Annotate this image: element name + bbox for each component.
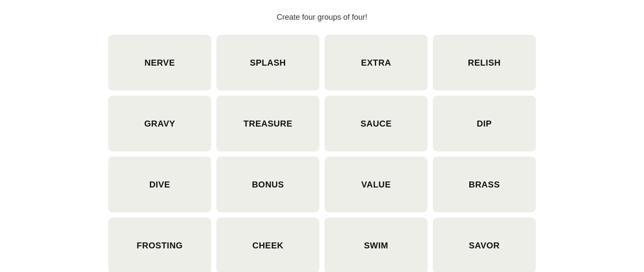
tile-label-brass: BRASS: [469, 180, 500, 190]
tile-extra[interactable]: EXTRA: [325, 35, 428, 91]
tile-brass[interactable]: BRASS: [433, 157, 536, 212]
tile-label-dip: DIP: [477, 119, 492, 129]
tile-label-savor: SAVOR: [469, 241, 500, 251]
tile-label-relish: RELISH: [468, 58, 501, 68]
tile-splash[interactable]: SPLASH: [216, 35, 319, 91]
tile-dip[interactable]: DIP: [433, 96, 536, 151]
tile-label-gravy: GRAVY: [144, 119, 175, 129]
word-grid: NERVESPLASHEXTRARELISHGRAVYTREASURESAUCE…: [108, 35, 536, 272]
tile-sauce[interactable]: SAUCE: [325, 96, 428, 151]
tile-label-treasure: TREASURE: [243, 119, 292, 129]
tile-value[interactable]: VALUE: [325, 157, 428, 212]
tile-bonus[interactable]: BONUS: [216, 157, 319, 212]
tile-label-sauce: SAUCE: [361, 119, 392, 129]
tile-label-extra: EXTRA: [361, 58, 391, 68]
tile-treasure[interactable]: TREASURE: [216, 96, 319, 151]
tile-label-value: VALUE: [361, 180, 391, 190]
tile-label-swim: SWIM: [364, 241, 388, 251]
tile-label-dive: DIVE: [149, 180, 170, 190]
tile-savor[interactable]: SAVOR: [433, 218, 536, 272]
tile-swim[interactable]: SWIM: [325, 218, 428, 272]
tile-frosting[interactable]: FROSTING: [108, 218, 211, 272]
tile-relish[interactable]: RELISH: [433, 35, 536, 91]
tile-label-bonus: BONUS: [252, 180, 284, 190]
tile-label-frosting: FROSTING: [137, 241, 182, 251]
tile-gravy[interactable]: GRAVY: [108, 96, 211, 151]
tile-nerve[interactable]: NERVE: [108, 35, 211, 91]
tile-label-nerve: NERVE: [144, 58, 175, 68]
tile-label-splash: SPLASH: [250, 58, 286, 68]
game-subtitle: Create four groups of four!: [276, 13, 367, 22]
tile-cheek[interactable]: CHEEK: [216, 218, 319, 272]
tile-label-cheek: CHEEK: [252, 241, 284, 251]
tile-dive[interactable]: DIVE: [108, 157, 211, 212]
